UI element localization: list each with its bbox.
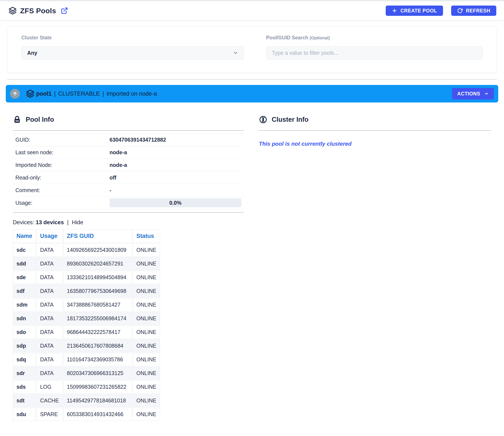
device-status-cell: ONLINE — [133, 271, 160, 284]
device-guid-cell: 2136450617607808684 — [63, 339, 132, 352]
device-guid-cell: 13336210148994504894 — [63, 271, 132, 284]
layers-icon — [26, 90, 35, 98]
heading-rule — [13, 130, 244, 131]
search-optional-text: (Optional) — [310, 36, 330, 40]
device-status-cell: ONLINE — [133, 312, 160, 325]
device-guid-cell: 15099983607231265822 — [63, 380, 132, 393]
pool-banner-text: pool1 | CLUSTERABLE | Imported on node-a — [36, 91, 157, 97]
device-usage-cell: DATA — [36, 312, 63, 325]
info-value: node-a — [109, 162, 241, 168]
info-label: GUID: — [15, 137, 109, 143]
collapse-pool-button[interactable] — [10, 89, 20, 99]
device-status-cell: ONLINE — [133, 367, 160, 380]
pool-guid-search-field: Pool/GUID Search (Optional) — [266, 35, 483, 59]
filter-card: Cluster State Any Pool/GUID Search (Opti… — [7, 26, 497, 73]
device-guid-cell: 968644432222578417 — [63, 326, 132, 339]
column-header-status[interactable]: Status — [133, 229, 160, 243]
devices-count: 13 devices — [36, 219, 64, 226]
device-name-cell: sdp — [13, 339, 36, 352]
layers-icon — [9, 7, 17, 15]
info-value: node-a — [109, 149, 241, 155]
table-row: sdnDATA18173532255006984174ONLINE — [13, 312, 160, 325]
info-value: - — [109, 187, 241, 193]
hide-devices-link[interactable]: Hide — [72, 219, 83, 226]
device-guid-cell: 8020347306966313125 — [63, 367, 132, 380]
info-label: Read-only: — [15, 175, 109, 181]
usage-label: Usage: — [15, 200, 109, 206]
device-guid-cell: 14092656922543001809 — [63, 244, 132, 256]
device-status-cell: ONLINE — [133, 284, 160, 298]
table-row: sdeDATA13336210148994504894ONLINE — [13, 271, 160, 284]
table-row: sdfDATA16358077967530649698ONLINE — [13, 284, 160, 298]
usage-value: 0.0% — [170, 200, 182, 206]
section-rule — [13, 212, 244, 213]
device-name-cell: sdo — [13, 326, 36, 339]
table-row: sdrDATA8020347306966313125ONLINE — [13, 367, 160, 380]
create-pool-button[interactable]: CREATE POOL — [386, 6, 443, 16]
page-divider — [7, 79, 497, 80]
device-status-cell: ONLINE — [133, 257, 160, 270]
device-guid-cell: 8936030262024657291 — [63, 257, 132, 270]
lock-icon — [13, 115, 21, 124]
pool-info-title: Pool Info — [26, 116, 54, 123]
refresh-button[interactable]: REFRESH — [451, 6, 496, 16]
device-name-cell: sdf — [13, 284, 36, 298]
separator: | — [54, 91, 56, 97]
actions-button[interactable]: ACTIONS — [452, 88, 494, 100]
chevron-down-icon — [233, 50, 238, 55]
topbar: ZFS Pools CREATE POOL REFRESH — [0, 1, 504, 20]
cluster-state-label: Cluster State — [21, 35, 244, 41]
device-name-cell: sdq — [13, 353, 36, 366]
column-header-zfs-guid[interactable]: ZFS GUID — [63, 229, 132, 243]
device-name-cell: sdu — [13, 408, 36, 421]
table-row: sddDATA8936030262024657291ONLINE — [13, 257, 160, 270]
device-usage-cell: DATA — [36, 353, 63, 366]
table-row: sdsLOG15099983607231265822ONLINE — [13, 380, 160, 393]
pool-info-row: Imported Node:node-a — [13, 159, 244, 171]
device-name-cell: sdr — [13, 367, 36, 380]
device-usage-cell: DATA — [36, 271, 63, 284]
cluster-state-select[interactable]: Any — [21, 46, 244, 59]
device-usage-cell: SPARE — [36, 408, 63, 421]
device-name-cell: sdd — [13, 257, 36, 270]
cluster-state-value: Any — [27, 50, 37, 56]
device-usage-cell: DATA — [36, 284, 63, 298]
device-status-cell: ONLINE — [133, 244, 160, 256]
device-status-cell: ONLINE — [133, 326, 160, 339]
create-pool-label: CREATE POOL — [400, 8, 437, 14]
table-row: sdqDATA1101647342369035786ONLINE — [13, 353, 160, 366]
page-title: ZFS Pools — [20, 7, 56, 15]
info-label: Last seen node: — [15, 149, 109, 155]
external-link-icon[interactable] — [61, 7, 68, 14]
device-guid-cell: 1101647342369035786 — [63, 353, 132, 366]
device-usage-cell: DATA — [36, 326, 63, 339]
device-name-cell: sds — [13, 380, 36, 393]
pool-info-usage-row: Usage: 0.0% — [13, 197, 244, 209]
separator: | — [67, 219, 69, 226]
search-input[interactable] — [266, 46, 483, 59]
page-title-group: ZFS Pools — [9, 7, 68, 15]
info-label: Comment: — [15, 187, 109, 193]
device-name-cell: sdn — [13, 312, 36, 325]
column-header-usage[interactable]: Usage — [36, 229, 63, 243]
device-usage-cell: DATA — [36, 244, 63, 256]
device-usage-cell: DATA — [36, 339, 63, 352]
device-usage-cell: CACHE — [36, 394, 63, 407]
table-row: sdoDATA968644432222578417ONLINE — [13, 326, 160, 339]
pool-info-row: Read-only:off — [13, 171, 244, 184]
info-value: 6304706391434712882 — [109, 137, 241, 143]
pool-imported-text: Imported on node-a — [107, 91, 157, 97]
cluster-info-title: Cluster Info — [272, 116, 308, 123]
info-value: off — [109, 175, 241, 181]
separator: | — [102, 91, 104, 97]
device-usage-cell: DATA — [36, 298, 63, 311]
device-status-cell: ONLINE — [133, 380, 160, 393]
device-status-cell: ONLINE — [133, 408, 160, 421]
column-header-name[interactable]: Name — [13, 229, 36, 243]
device-name-cell: sde — [13, 271, 36, 284]
cluster-info-section: Cluster Info This pool is not currently … — [259, 115, 491, 421]
device-status-cell: ONLINE — [133, 394, 160, 407]
devices-line: Devices: 13 devices | Hide — [13, 219, 244, 226]
plus-icon — [392, 8, 397, 13]
pool-info-row: GUID:6304706391434712882 — [13, 134, 244, 146]
